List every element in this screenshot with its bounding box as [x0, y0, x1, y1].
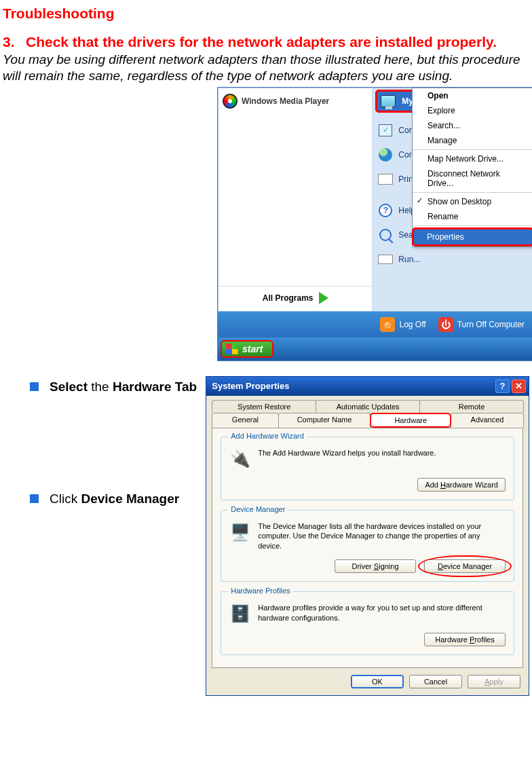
taskbar: start — [218, 337, 532, 361]
ctx-explore[interactable]: Explore — [413, 103, 532, 118]
start-menu-left-pane: Windows Media Player All Programs — [218, 88, 373, 311]
printer-icon — [378, 172, 393, 187]
connect-icon — [378, 147, 393, 162]
bullet2-prefix: Click — [50, 492, 81, 506]
search-icon — [378, 227, 393, 242]
group-device-manager: Device Manager 🖥️ The Device Manager lis… — [221, 510, 514, 583]
system-properties-footer: OK Cancel Apply — [206, 668, 529, 695]
device-manager-button[interactable]: Device Manager — [424, 559, 506, 573]
start-label: start — [242, 344, 263, 354]
ctx-manage[interactable]: Manage — [413, 133, 532, 148]
start-menu-screenshot: Windows Media Player All Programs My Cor… — [217, 87, 532, 361]
hardware-profiles-icon: 🗄️ — [229, 603, 251, 625]
arrow-right-icon — [319, 292, 328, 304]
ok-button[interactable]: OK — [351, 675, 404, 688]
hardware-tab-panel: Add Hardware Wizard 🔌 The Add Hardware W… — [212, 428, 523, 669]
wmp-icon — [223, 94, 238, 109]
wmp-label: Windows Media Player — [242, 96, 329, 106]
step-number: 3. — [3, 34, 26, 50]
ctx-search[interactable]: Search... — [413, 118, 532, 133]
cancel-button[interactable]: Cancel — [409, 675, 462, 688]
ctx-properties[interactable]: Properties — [412, 227, 532, 246]
system-properties-screenshot: System Properties ? ✕ System Restore Aut… — [206, 376, 529, 697]
device-manager-icon: 🖥️ — [229, 521, 251, 543]
logoff-button[interactable]: ⎋ Log Off — [380, 317, 425, 332]
start-menu-item-wmp[interactable]: Windows Media Player — [218, 88, 372, 114]
intro-paragraph: You may be using different network adapt… — [3, 52, 529, 84]
step-heading: 3.Check that the drivers for the network… — [3, 34, 529, 50]
page-title: Troubleshooting — [3, 5, 529, 22]
bullet1-bold2: Hardware Tab — [113, 380, 197, 394]
hardware-profiles-button[interactable]: Hardware Profiles — [424, 633, 506, 646]
ctx-rename[interactable]: Rename — [413, 209, 532, 224]
tab-general[interactable]: General — [212, 413, 278, 428]
bullet-click-device-manager: Click Device Manager — [30, 491, 199, 507]
tab-system-restore[interactable]: System Restore — [212, 400, 316, 413]
hardware-profiles-text: Hardware profiles provide a way for you … — [258, 603, 506, 623]
start-menu-item-run[interactable]: Run... — [373, 247, 532, 272]
bullet2-bold: Device Manager — [81, 492, 179, 506]
all-programs[interactable]: All Programs — [218, 286, 372, 304]
run-label: Run... — [398, 255, 420, 264]
logoff-icon: ⎋ — [380, 317, 395, 332]
logoff-label: Log Off — [399, 320, 425, 329]
bullet-icon — [30, 382, 39, 391]
bullet-select-hardware: Select the Hardware Tab — [30, 379, 199, 395]
tab-computer-name[interactable]: Computer Name — [278, 413, 371, 428]
ctx-show-desktop[interactable]: Show on Desktop — [413, 194, 532, 209]
tab-remote[interactable]: Remote — [419, 400, 524, 413]
my-computer-icon — [380, 93, 396, 109]
group-hardware-profiles-title: Hardware Profiles — [228, 587, 292, 595]
group-device-manager-title: Device Manager — [228, 505, 288, 513]
context-menu: Open Explore Search... Manage Map Networ… — [412, 88, 532, 247]
help-icon: ? — [378, 203, 393, 218]
group-hardware-profiles: Hardware Profiles 🗄️ Hardware profiles p… — [221, 591, 514, 655]
start-menu-footer: ⎋ Log Off ⏻ Turn Off Computer — [218, 312, 532, 337]
ctx-disconnect-drive[interactable]: Disconnect Network Drive... — [413, 166, 532, 191]
system-properties-title: System Properties — [212, 381, 289, 391]
turnoff-button[interactable]: ⏻ Turn Off Computer — [438, 317, 525, 332]
all-programs-label: All Programs — [263, 293, 314, 303]
ctx-open[interactable]: Open — [413, 88, 532, 103]
tab-advanced[interactable]: Advanced — [451, 413, 524, 428]
run-icon — [378, 252, 393, 267]
ctx-map-drive[interactable]: Map Network Drive... — [413, 151, 532, 166]
step-text: Check that the drivers for the network a… — [26, 34, 497, 50]
titlebar-help-button[interactable]: ? — [495, 380, 510, 393]
apply-button[interactable]: Apply — [468, 675, 520, 688]
bullet-icon — [30, 494, 39, 503]
group-add-hardware: Add Hardware Wizard 🔌 The Add Hardware W… — [221, 437, 514, 500]
instruction-bullets: Select the Hardware Tab Click Device Man… — [3, 376, 206, 508]
add-hardware-icon: 🔌 — [229, 448, 251, 470]
bullet1-bold1: Select — [50, 380, 88, 394]
group-add-hardware-title: Add Hardware Wizard — [228, 432, 307, 440]
titlebar-close-button[interactable]: ✕ — [512, 380, 526, 393]
windows-flag-icon — [226, 344, 238, 354]
add-hardware-text: The Add Hardware Wizard helps you instal… — [258, 448, 436, 458]
tab-automatic-updates[interactable]: Automatic Updates — [316, 400, 420, 413]
control-panel-icon — [378, 123, 393, 138]
system-properties-titlebar: System Properties ? ✕ — [206, 377, 529, 396]
bullet1-mid: the — [88, 380, 113, 394]
turnoff-icon: ⏻ — [438, 317, 453, 332]
driver-signing-button[interactable]: Driver Signing — [335, 559, 416, 573]
turnoff-label: Turn Off Computer — [457, 320, 525, 329]
add-hardware-wizard-button[interactable]: Add Hardware Wizard — [417, 478, 506, 492]
start-button[interactable]: start — [221, 340, 273, 358]
tab-hardware[interactable]: Hardware — [370, 413, 451, 428]
device-manager-text: The Device Manager lists all the hardwar… — [258, 521, 506, 552]
